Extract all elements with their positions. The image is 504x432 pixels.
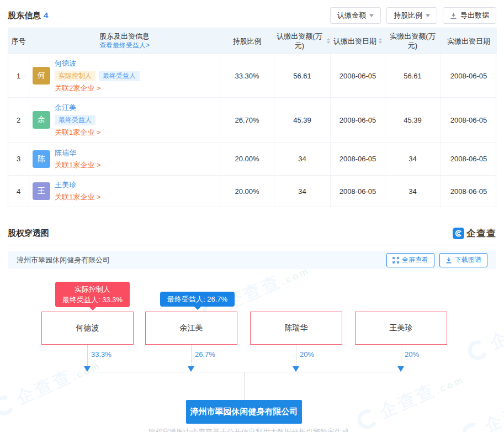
- cell-subscribed-amount: 34: [274, 143, 331, 176]
- avatar: 陈: [33, 150, 50, 168]
- avatar: 王: [33, 182, 50, 200]
- col-header-text: 股东及出资信息: [99, 31, 150, 41]
- row-index: 1: [8, 54, 29, 98]
- badge-line: 最终受益人: 33.3%: [62, 294, 123, 305]
- connector-line: [296, 345, 296, 366]
- cell-paid-amount: 34: [385, 176, 441, 207]
- section-title-text: 股东信息: [8, 10, 41, 20]
- shareholder-name-link[interactable]: 何德波: [55, 59, 140, 69]
- ownership-percent-label: 33.3%: [91, 350, 112, 359]
- chevron-down-icon: [426, 14, 430, 17]
- table-row-shareholder: 陈 陈瑞华 关联1家企业 >: [29, 143, 220, 176]
- arrow-down-icon: [293, 366, 299, 372]
- qcc-watermark: 企查查.com: [458, 380, 504, 432]
- cell-paid-date: 2008-06-05: [441, 143, 497, 176]
- cell-ratio: 20.00%: [220, 143, 274, 176]
- qichacha-brand: 企查查: [453, 227, 496, 240]
- col-header-shareholder: 股东及出资信息 查看最终受益人>: [29, 28, 220, 54]
- fullscreen-label: 全屏查看: [402, 255, 428, 265]
- badge-line: 最终受益人: 26.7%: [167, 294, 227, 304]
- beneficiary-tag: 最终受益人: [55, 115, 96, 125]
- filter-label: 认缴金额: [337, 10, 366, 20]
- related-companies-link[interactable]: 关联1家企业 >: [55, 192, 100, 202]
- table-row-shareholder: 王 王美珍 关联1家企业 >: [29, 176, 220, 207]
- cell-subscribed-date: 2008-06-05: [331, 143, 385, 176]
- export-label: 导出数据: [460, 10, 489, 20]
- shareholder-name-link[interactable]: 陈瑞华: [55, 148, 100, 158]
- subscribed-amount-filter-button[interactable]: 认缴金额: [330, 7, 381, 24]
- row-index: 2: [8, 98, 29, 143]
- shareholder-name-link[interactable]: 余江美: [55, 103, 100, 113]
- related-companies-link[interactable]: 关联1家企业 >: [55, 128, 100, 138]
- equity-chart-canvas: 企查查.com 企查查.com 企查查.com 企查查.com 企查查.com …: [0, 269, 504, 432]
- equity-section-title: 股权穿透图: [8, 228, 49, 239]
- ownership-percent-label: 26.7%: [195, 350, 215, 359]
- chart-toolbar: 漳州市翠园休闲健身有限公司 全屏查看 下载图谱: [8, 251, 496, 269]
- connector-line: [244, 372, 245, 400]
- filter-label: 持股比例: [394, 10, 422, 20]
- fullscreen-button[interactable]: 全屏查看: [386, 253, 434, 267]
- chart-node-company[interactable]: 漳州市翠园休闲健身有限公司: [186, 400, 302, 424]
- cell-subscribed-amount: 34: [274, 176, 331, 207]
- download-label: 下载图谱: [455, 255, 481, 265]
- col-header-text: 认缴出资额(万元): [274, 31, 325, 50]
- qcc-watermark-icon: [465, 337, 491, 363]
- shareholder-name-link[interactable]: 王美珍: [55, 180, 100, 190]
- chart-node-shareholder[interactable]: 余江美: [145, 312, 237, 345]
- cell-subscribed-date: 2008-06-05: [331, 54, 385, 98]
- export-data-button[interactable]: 导出数据: [443, 7, 496, 24]
- shareholder-section-title: 股东信息4: [8, 10, 48, 21]
- shareholder-section: 股东信息4 认缴金额 持股比例 导出数据 序号 股东及出资信息 查看最终受益人: [0, 0, 504, 207]
- qichacha-logo-icon: [453, 228, 464, 239]
- chevron-down-icon: [369, 14, 374, 17]
- brand-text: 企查查: [466, 227, 496, 240]
- cell-ratio: 33.30%: [220, 54, 274, 98]
- view-beneficiary-link[interactable]: 查看最终受益人>: [99, 41, 150, 50]
- shareholder-table: 序号 股东及出资信息 查看最终受益人> 持股比例 认缴出资额(万元) 认缴出资日…: [8, 28, 496, 207]
- sort-icon[interactable]: [327, 38, 330, 44]
- cell-paid-date: 2008-06-05: [441, 176, 497, 207]
- ownership-percent-label: 20%: [300, 350, 314, 359]
- related-companies-link[interactable]: 关联2家企业 >: [55, 83, 140, 93]
- sort-icon[interactable]: [379, 38, 382, 44]
- qcc-watermark-icon: [0, 392, 17, 419]
- qcc-watermark: 企查查.com: [353, 366, 468, 432]
- cell-paid-date: 2008-06-05: [441, 98, 497, 143]
- chart-node-shareholder[interactable]: 陈瑞华: [250, 312, 342, 345]
- col-header-text: 认缴出资日期: [333, 36, 376, 46]
- table-row-shareholder: 何 何德波 实际控制人 最终受益人 关联2家企业 >: [29, 54, 220, 98]
- ratio-filter-button[interactable]: 持股比例: [386, 7, 437, 24]
- qcc-watermark: 企查查.com: [0, 352, 105, 421]
- beneficiary-tag: 最终受益人: [99, 71, 140, 81]
- download-chart-button[interactable]: 下载图谱: [439, 253, 487, 267]
- chart-footnote: 股权穿透图由企查查基于公开信息利用大数据分析引擎独家生成。: [0, 427, 504, 432]
- cell-paid-amount: 56.61: [385, 54, 441, 98]
- shareholder-count: 4: [44, 10, 48, 20]
- arrow-down-icon: [397, 366, 404, 372]
- col-header-paid-date: 实缴出资日期: [441, 28, 497, 54]
- actual-controller-badge: 实际控制人 最终受益人: 33.3%: [55, 282, 130, 307]
- table-row-shareholder: 余 余江美 最终受益人 关联1家企业 >: [29, 98, 220, 143]
- cell-ratio: 20.00%: [220, 176, 274, 207]
- cell-paid-amount: 45.39: [385, 98, 441, 143]
- chart-company-name: 漳州市翠园休闲健身有限公司: [17, 255, 381, 265]
- avatar: 何: [33, 67, 50, 85]
- cell-subscribed-amount: 45.39: [274, 98, 331, 143]
- related-companies-link[interactable]: 关联1家企业 >: [55, 160, 100, 170]
- actual-controller-tag: 实际控制人: [55, 71, 96, 81]
- col-header-subscribed-amount: 认缴出资额(万元): [274, 28, 331, 54]
- equity-section: 股权穿透图 企查查 漳州市翠园休闲健身有限公司 全屏查看 下载图谱 企查查.co…: [0, 227, 504, 432]
- col-header-subscribed-date: 认缴出资日期: [331, 28, 385, 54]
- download-icon: [445, 257, 452, 264]
- chart-node-shareholder[interactable]: 何德波: [41, 312, 134, 345]
- avatar: 余: [33, 111, 50, 129]
- beneficiary-badge: 最终受益人: 26.7%: [160, 292, 235, 307]
- arrow-down-icon: [84, 366, 91, 372]
- connector-line: [401, 345, 401, 366]
- chart-node-shareholder[interactable]: 王美珍: [355, 312, 447, 345]
- row-index: 3: [8, 143, 29, 176]
- ownership-percent-label: 20%: [405, 350, 419, 359]
- cell-subscribed-amount: 56.61: [274, 54, 331, 98]
- cell-paid-amount: 34: [385, 143, 441, 176]
- fullscreen-icon: [392, 257, 399, 264]
